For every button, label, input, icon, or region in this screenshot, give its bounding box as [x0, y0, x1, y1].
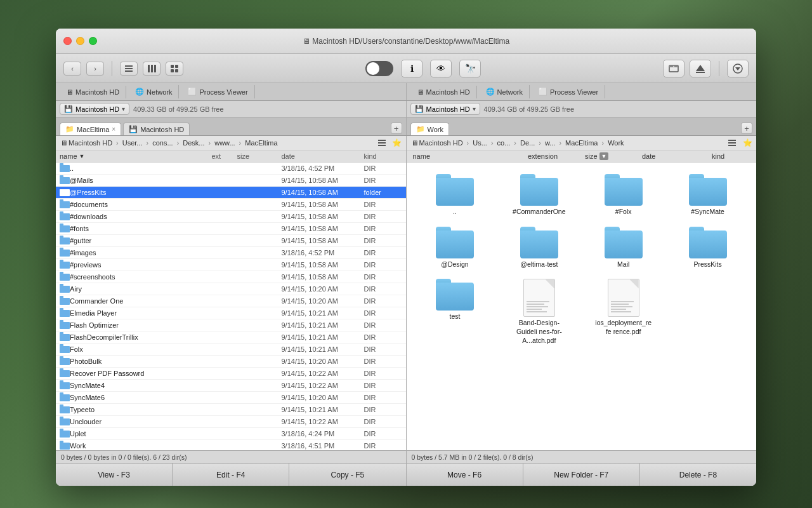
svg-rect-41 [60, 284, 63, 286]
file-row[interactable]: Airy9/14/15, 10:20 AMDIR [56, 283, 406, 295]
col-date-header[interactable]: date [282, 152, 364, 160]
file-row[interactable]: #fonts9/14/15, 10:58 AMDIR [56, 223, 406, 235]
file-row[interactable]: Typeeto9/14/15, 10:21 AMDIR [56, 404, 406, 416]
file-row[interactable]: #previews9/14/15, 10:58 AMDIR [56, 259, 406, 271]
right-col-size[interactable]: size ▼ [585, 152, 636, 160]
toggle-switch[interactable] [365, 61, 393, 76]
edit-button[interactable]: Edit - F4 [173, 464, 289, 486]
left-tab-maceltima[interactable]: 📁 MacEltima × [60, 123, 121, 135]
preview-button[interactable]: 👁 [430, 60, 452, 77]
icon-item[interactable]: Mail [581, 222, 665, 274]
col-kind-header[interactable]: kind [364, 152, 402, 160]
left-tab-close-0[interactable]: × [112, 126, 115, 133]
view-button[interactable]: View - F3 [56, 464, 173, 486]
rbc-w[interactable]: w... [543, 138, 558, 147]
archive-button[interactable] [663, 60, 684, 77]
left-tab-network[interactable]: 🌐 Network [129, 85, 179, 98]
right-col-ext[interactable]: extension [528, 152, 579, 160]
col-ext-header[interactable]: ext [212, 152, 237, 160]
file-row[interactable]: Folx9/14/15, 10:21 AMDIR [56, 344, 406, 356]
right-view-options[interactable] [726, 137, 738, 149]
icon-item[interactable]: test [413, 274, 497, 350]
left-bookmark[interactable]: ⭐ [391, 137, 403, 149]
left-tab-macintosh-hd[interactable]: 💾 Macintosh HD [123, 123, 190, 135]
file-row[interactable]: Elmedia Player9/14/15, 10:21 AMDIR [56, 307, 406, 319]
col-name-header[interactable]: name ▼ [60, 152, 212, 160]
file-row[interactable]: Work3/18/16, 4:51 PMDIR [56, 440, 406, 450]
file-row[interactable]: Uplet3/18/16, 4:24 PMDIR [56, 428, 406, 440]
icon-item[interactable]: PressKits [665, 222, 750, 274]
icon-item[interactable]: #Folx [581, 169, 665, 222]
left-file-list[interactable]: ..3/18/16, 4:52 PMDIR@Mails9/14/15, 10:5… [56, 163, 406, 450]
file-row[interactable]: Flash Optimizer9/14/15, 10:21 AMDIR [56, 319, 406, 331]
file-row[interactable]: #downloads9/14/15, 10:58 AMDIR [56, 211, 406, 223]
file-row[interactable]: Unclouder9/14/15, 10:22 AMDIR [56, 416, 406, 428]
maximize-button[interactable] [89, 37, 97, 45]
rbc-macintosh[interactable]: 🖥 Macintosh HD [409, 138, 465, 147]
file-row[interactable]: #gutter9/14/15, 10:58 AMDIR [56, 235, 406, 247]
file-row[interactable]: @Mails9/14/15, 10:58 AMDIR [56, 175, 406, 187]
download-button[interactable] [727, 60, 749, 77]
right-tab-network[interactable]: 🌐 Network [480, 85, 530, 98]
rbc-work[interactable]: Work [606, 138, 625, 147]
icon-item[interactable]: .. [413, 169, 497, 222]
file-row[interactable]: Commander One9/14/15, 10:20 AMDIR [56, 295, 406, 307]
right-tab-work[interactable]: 📁 Work [410, 123, 449, 135]
left-tab-process[interactable]: ⬜ Process Viewer [181, 85, 254, 98]
close-button[interactable] [63, 37, 72, 45]
move-button[interactable]: Move - F6 [407, 464, 523, 486]
file-row[interactable]: SyncMate49/14/15, 10:22 AMDIR [56, 380, 406, 392]
rbc-co[interactable]: co... [495, 138, 513, 147]
delete-button[interactable]: Delete - F8 [640, 464, 756, 486]
bc-macintosh[interactable]: 🖥 Macintosh HD [58, 138, 114, 147]
file-row[interactable]: PhotoBulk9/14/15, 10:20 AMDIR [56, 356, 406, 368]
file-row[interactable]: FlashDecompilerTrillix9/14/15, 10:21 AMD… [56, 331, 406, 344]
bc-desk[interactable]: Desk... [181, 138, 206, 147]
search-button[interactable]: 🔭 [459, 60, 481, 77]
eject-button[interactable] [690, 60, 711, 77]
right-tab-macintosh[interactable]: 🖥 Macintosh HD [410, 86, 477, 98]
bc-const[interactable]: cons... [150, 138, 174, 147]
file-row[interactable]: Recover PDF Passowrd9/14/15, 10:22 AMDIR [56, 368, 406, 380]
right-col-kind[interactable]: kind [712, 152, 750, 160]
right-col-date[interactable]: date [642, 152, 705, 160]
right-tab-process[interactable]: ⬜ Process Viewer [532, 85, 605, 98]
minimize-button[interactable] [76, 37, 84, 45]
icon-item[interactable]: @Design [413, 222, 497, 274]
right-icon-grid[interactable]: .. #CommanderOne #Folx #SyncMate @Design… [407, 163, 757, 450]
column-view-button[interactable] [143, 62, 160, 76]
right-col-name[interactable]: name [413, 152, 522, 160]
file-row[interactable]: SyncMate69/14/15, 10:20 AMDIR [56, 392, 406, 404]
file-row[interactable]: #documents9/14/15, 10:58 AMDIR [56, 199, 406, 211]
rbc-us[interactable]: Us... [471, 138, 489, 147]
left-add-tab[interactable]: + [391, 123, 402, 134]
bc-maceltima[interactable]: MacEltima [243, 138, 279, 147]
back-button[interactable]: ‹ [63, 62, 81, 76]
file-row[interactable]: #screenshoots9/14/15, 10:58 AMDIR [56, 271, 406, 283]
bc-users[interactable]: User... [121, 138, 145, 147]
rbc-de[interactable]: De... [518, 138, 537, 147]
new-folder-button[interactable]: New Folder - F7 [523, 464, 640, 486]
forward-button[interactable]: › [86, 62, 104, 76]
list-view-button[interactable] [120, 62, 138, 76]
right-bookmark[interactable]: ⭐ [741, 137, 754, 149]
copy-button[interactable]: Copy - F5 [289, 464, 406, 486]
file-row[interactable]: #images3/18/16, 4:52 PMDIR [56, 247, 406, 259]
rbc-maceltima2[interactable]: MacEltima [563, 138, 599, 147]
col-size-header[interactable]: size [237, 152, 282, 160]
icon-item[interactable]: Band-Design-Guideli nes-for-A...atch.pdf [497, 274, 581, 350]
icon-item[interactable]: @eltima-test [497, 222, 581, 274]
bc-www[interactable]: www... [213, 138, 237, 147]
file-row[interactable]: ..3/18/16, 4:52 PMDIR [56, 163, 406, 175]
info-button[interactable]: ℹ [401, 60, 422, 77]
file-row[interactable]: @PressKits9/14/15, 10:58 AMfolder [56, 187, 406, 199]
icon-view-button[interactable] [166, 62, 183, 76]
left-tab-macintosh[interactable]: 🖥 Macintosh HD [60, 86, 126, 98]
right-drive-select[interactable]: 💾 Macintosh HD ▾ [410, 103, 480, 115]
icon-item[interactable]: ios_deployment_refe rence.pdf [581, 274, 665, 350]
icon-item[interactable]: #CommanderOne [497, 169, 581, 222]
icon-item[interactable]: #SyncMate [665, 169, 750, 222]
left-view-options[interactable] [376, 137, 388, 149]
left-drive-select[interactable]: 💾 Macintosh HD ▾ [60, 103, 129, 115]
right-add-tab[interactable]: + [741, 123, 752, 134]
